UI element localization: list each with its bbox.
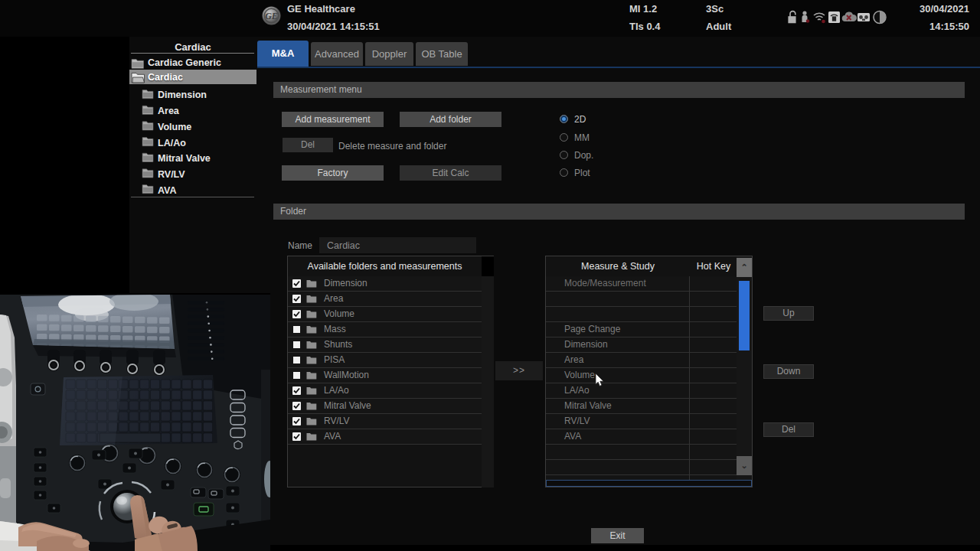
- svg-text:GE: GE: [265, 11, 278, 21]
